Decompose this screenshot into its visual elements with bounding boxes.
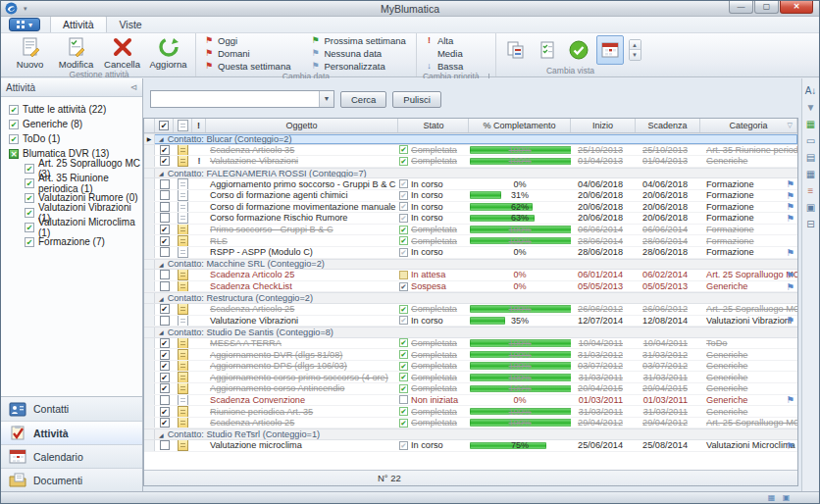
view-calendar-button[interactable]	[596, 35, 624, 65]
group-row[interactable]: ▶◢Contatto: Blucar (Conteggio=2)	[144, 133, 797, 145]
task-row[interactable]: ✔Scadenza Articolo 25✔Completata100%26/0…	[144, 304, 797, 316]
sort-az-icon[interactable]: A↓	[804, 84, 818, 97]
pulisci-button[interactable]: Pulisci	[392, 91, 440, 108]
application-menu-button[interactable]: ▾	[9, 18, 40, 31]
minimize-button[interactable]: —	[729, 1, 753, 14]
header-categoria[interactable]: Categoria ▽	[700, 119, 797, 132]
filter-funnel-icon[interactable]: ▼	[804, 101, 818, 114]
gallery-down-button[interactable]: ▼	[630, 50, 641, 60]
row-checkbox[interactable]	[160, 316, 170, 326]
priority-button[interactable]: Media	[421, 47, 469, 59]
header-completamento[interactable]: % Completamento	[469, 119, 571, 132]
task-row[interactable]: Scadenza Articolo 25In attesa0%06/01/201…	[144, 270, 797, 281]
task-row[interactable]: Scadenza ConvenzioneNon iniziata0%01/03/…	[144, 395, 797, 407]
export-icon[interactable]: ▣	[804, 201, 818, 214]
sidebar-item-contatti[interactable]: Contatti	[1, 397, 142, 421]
view-completed-button[interactable]	[565, 35, 592, 65]
task-row[interactable]: ✔Primo soccorso - Gruppi B & C✔Completat…	[144, 225, 797, 236]
row-checkbox[interactable]: ✔	[160, 383, 170, 393]
print-icon[interactable]: ⊟	[804, 218, 818, 230]
task-row[interactable]: ✔Aggiornamento DPS (dlgs 106/03)✔Complet…	[144, 361, 797, 373]
autohide-pin-icon[interactable]: ⊲	[129, 82, 137, 92]
header-oggetto[interactable]: Oggetto	[206, 119, 398, 132]
row-checkbox[interactable]	[160, 440, 170, 450]
row-checkbox[interactable]	[160, 179, 170, 189]
row-checkbox[interactable]: ✔	[160, 156, 170, 166]
task-row[interactable]: Valutazione Vibrazioni✔In corso35%12/07/…	[144, 316, 797, 328]
rows-icon[interactable]: ≡	[804, 184, 818, 197]
task-row[interactable]: ✔Aggiornamento DVR (dlgs 81/08)✔Completa…	[144, 349, 797, 361]
aggiorna-button[interactable]: Aggiorna	[145, 34, 191, 70]
priority-button[interactable]: ↓Bassa	[421, 60, 469, 72]
task-row[interactable]: ✔!Valutazione Vibrazioni✔Completata100%0…	[144, 156, 797, 168]
row-checkbox[interactable]	[160, 247, 170, 257]
row-checkbox[interactable]	[160, 202, 170, 212]
header-checkbox-column[interactable]: ✔	[155, 119, 174, 132]
row-checkbox[interactable]: ✔	[160, 145, 170, 155]
card-view-icon[interactable]: ▭	[804, 134, 818, 147]
row-checkbox[interactable]: ✔	[160, 407, 170, 417]
row-checkbox[interactable]: ✔	[160, 418, 170, 428]
cancella-button[interactable]: Cancella	[99, 34, 145, 70]
row-checkbox[interactable]	[160, 213, 170, 223]
group-by-icon[interactable]: ▦	[804, 118, 818, 130]
header-doc-column[interactable]	[174, 119, 192, 132]
row-checkbox[interactable]: ✔	[160, 304, 170, 314]
nuovo-button[interactable]: Nuovo	[7, 34, 53, 70]
date-filter-button[interactable]: ⚑Domani	[200, 47, 296, 59]
header-priority-column[interactable]: !	[192, 119, 206, 132]
group-row[interactable]: ◢Contatto: Studio De Santis (Conteggio=8…	[144, 327, 797, 338]
close-button[interactable]: ✕	[780, 1, 813, 14]
task-row[interactable]: ✔Scadenza Articolo 25✔Completata100%29/0…	[144, 418, 797, 429]
card-view-toggle-icon[interactable]: ▣	[781, 493, 792, 502]
row-checkbox[interactable]: ✔	[160, 236, 170, 246]
sidebar-item-calendario[interactable]: Calendario	[1, 444, 142, 468]
task-row[interactable]: ✔Aggiornamento corso primo soccorso (4 o…	[144, 372, 797, 383]
column-filter-icon[interactable]: ▽	[788, 122, 793, 129]
task-row[interactable]: ✔Riunione periodica Art. 35✔Completata10…	[144, 406, 797, 418]
view-checklist-button[interactable]	[534, 35, 561, 65]
tab-viste[interactable]: Viste	[107, 16, 155, 32]
task-row[interactable]: Corso di formazione agenti chimici✔In co…	[144, 190, 797, 202]
row-checkbox[interactable]: ✔	[160, 225, 170, 234]
group-row[interactable]: ◢Contatto: Macchine SRL (Conteggio=2)	[144, 259, 797, 271]
detail-view-icon[interactable]: ▤	[804, 151, 818, 164]
row-checkbox[interactable]: ✔	[160, 361, 170, 371]
task-row[interactable]: ✔RLS✔Completata100%28/06/201428/06/2014F…	[144, 235, 797, 247]
row-checkbox[interactable]	[160, 281, 170, 291]
header-stato[interactable]: Stato	[398, 119, 469, 132]
date-filter-button[interactable]: ⚑Personalizzata	[306, 60, 411, 72]
task-row[interactable]: Corso di formazione movimentazione manua…	[144, 202, 797, 214]
row-checkbox[interactable]: ✔	[160, 338, 170, 348]
task-row[interactable]: RSPP - ASPP (Modulo C)✔In corso0%28/06/2…	[144, 247, 797, 259]
date-filter-button[interactable]: ⚑Oggi	[200, 34, 296, 46]
priority-button[interactable]: !Alta	[421, 34, 469, 46]
tree-item[interactable]: ✔ToDo (1)	[1, 131, 142, 146]
task-row[interactable]: ✔MESSA A TERRA✔Completata100%10/04/20111…	[144, 338, 797, 350]
task-row[interactable]: Corso formazione Rischio Rumore✔In corso…	[144, 213, 797, 225]
grid-view-toggle-icon[interactable]: ▦	[766, 493, 777, 502]
cerca-button[interactable]: Cerca	[340, 91, 386, 108]
date-filter-button[interactable]: ⚑Nessuna data	[306, 47, 411, 59]
row-checkbox[interactable]: ✔	[160, 350, 170, 360]
tree-item[interactable]: ✔Generiche (8)	[1, 117, 142, 131]
row-checkbox[interactable]	[160, 270, 170, 279]
tree-item[interactable]: ✔Art. 35 Riunione periodica (1)	[1, 176, 142, 190]
tab-attivita[interactable]: Attività	[50, 16, 107, 32]
search-input[interactable]	[151, 91, 319, 107]
group-row[interactable]: ◢Contatto: Studio ReTsrl (Conteggio=1)	[144, 428, 797, 440]
view-cards-button[interactable]	[502, 35, 530, 65]
task-row[interactable]: ✔Aggiornamento corso Antincendio✔Complet…	[144, 383, 797, 395]
modifica-button[interactable]: Modifica	[53, 34, 99, 70]
gallery-up-button[interactable]: ▲	[630, 40, 641, 50]
combo-dropdown-icon[interactable]: ▼	[319, 91, 333, 107]
task-row[interactable]: Valutazione microclima✔In corso75%25/06/…	[144, 440, 797, 452]
row-checkbox[interactable]	[160, 395, 170, 405]
task-row[interactable]: Aggiornamento primo soccorso - Gruppi B …	[144, 178, 797, 190]
group-row[interactable]: ◢Contatto: Restructura (Conteggio=2)	[144, 292, 797, 304]
tree-item[interactable]: ✔Tutte le attività (22)	[1, 102, 142, 117]
date-filter-button[interactable]: ⚑Questa settimana	[200, 60, 296, 72]
header-inizio[interactable]: Inizio	[571, 119, 636, 132]
maximize-button[interactable]: ▢	[754, 1, 779, 14]
row-checkbox[interactable]	[160, 190, 170, 200]
